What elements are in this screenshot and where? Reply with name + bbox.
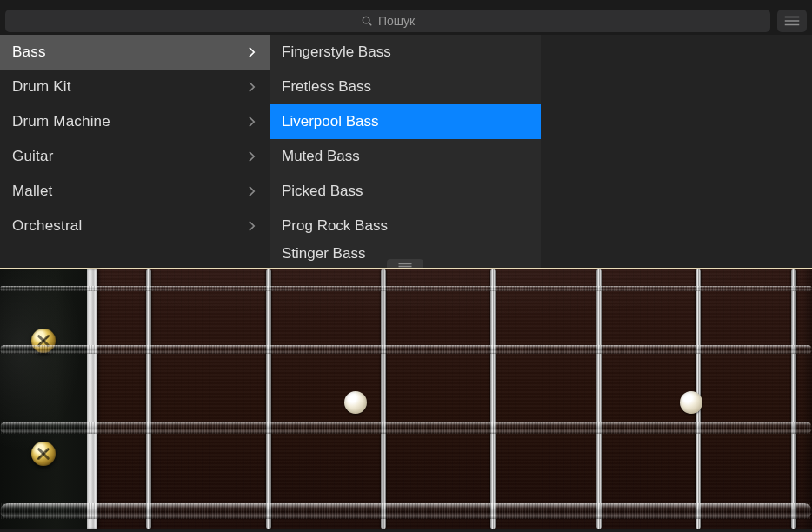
chevron-right-icon [248, 116, 256, 128]
chevron-right-icon [248, 81, 256, 93]
category-label: Drum Kit [12, 78, 71, 96]
preset-item[interactable]: Prog Rock Bass [270, 209, 541, 243]
preset-label: Prog Rock Bass [282, 217, 388, 235]
chevron-right-icon [248, 185, 256, 197]
fret [146, 269, 151, 529]
preset-item[interactable]: Liverpool Bass [270, 104, 541, 139]
preset-label: Muted Bass [282, 148, 360, 165]
svg-line-1 [369, 23, 371, 25]
category-item[interactable]: Bass [0, 35, 270, 70]
preset-item[interactable]: Picked Bass [270, 174, 541, 209]
category-label: Drum Machine [12, 113, 110, 130]
preset-label: Liverpool Bass [282, 113, 379, 130]
preset-item[interactable]: Muted Bass [270, 139, 541, 174]
svg-point-0 [363, 17, 369, 23]
category-item[interactable]: Drum Kit [0, 70, 270, 104]
preset-label: Fingerstyle Bass [282, 43, 391, 61]
fret-marker-dot [680, 391, 702, 414]
search-icon [361, 15, 373, 27]
headstock [0, 269, 94, 529]
fret [381, 269, 386, 529]
category-label: Bass [12, 43, 46, 61]
category-list[interactable]: BassDrum KitDrum MachineGuitarMalletOrch… [0, 35, 270, 268]
fret [490, 269, 496, 529]
category-item[interactable]: Drum Machine [0, 104, 270, 139]
app-root: Пошук BassDrum KitDrum MachineGuitarMall… [0, 0, 812, 532]
tuning-screw [31, 442, 56, 466]
search-row: Пошук [0, 0, 812, 35]
chevron-right-icon [248, 46, 256, 58]
chevron-right-icon [248, 220, 256, 232]
menu-button[interactable] [777, 10, 807, 32]
hamburger-icon [784, 16, 800, 26]
search-placeholder: Пошук [378, 14, 415, 28]
preset-item[interactable]: Fretless Bass [270, 70, 541, 104]
fret [266, 269, 271, 529]
instrument-browser: BassDrum KitDrum MachineGuitarMalletOrch… [0, 35, 812, 268]
preset-label: Stinger Bass [282, 245, 365, 263]
browser-empty-area [541, 35, 812, 268]
preset-label: Fretless Bass [282, 78, 371, 96]
preset-item[interactable]: Fingerstyle Bass [270, 35, 541, 70]
fret [791, 269, 796, 529]
search-input[interactable]: Пошук [5, 10, 770, 32]
nut [87, 269, 97, 529]
fret [596, 269, 602, 529]
category-label: Orchestral [12, 217, 82, 235]
chevron-right-icon [248, 150, 256, 163]
category-item[interactable]: Mallet [0, 174, 270, 209]
category-item[interactable]: Orchestral [0, 209, 270, 243]
preset-label: Picked Bass [282, 183, 363, 200]
bass-fretboard[interactable] [0, 268, 812, 529]
category-item[interactable]: Guitar [0, 139, 270, 174]
category-label: Guitar [12, 148, 54, 165]
fret-marker-dot [344, 391, 367, 414]
category-label: Mallet [12, 183, 53, 200]
preset-list[interactable]: Fingerstyle BassFretless BassLiverpool B… [270, 35, 541, 268]
edge-shadow [802, 269, 812, 529]
